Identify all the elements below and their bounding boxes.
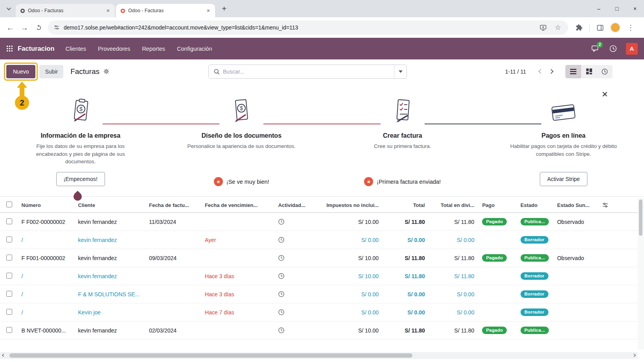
clock-icon	[278, 236, 285, 243]
vertical-scrollbar[interactable]	[638, 198, 644, 349]
browser-tab-2[interactable]: Odoo - Facturas ×	[116, 4, 215, 17]
customer-link[interactable]: kevin fernandez	[74, 249, 145, 267]
row-checkbox[interactable]	[6, 291, 12, 297]
bookmark-star-icon[interactable]: ☆	[551, 20, 565, 35]
row-checkbox[interactable]	[6, 327, 12, 333]
activities-icon[interactable]	[608, 44, 618, 54]
cell-estado: Borrador	[517, 303, 553, 321]
invoice-row[interactable]: /kevin fernandezAyerS/ 0.00S/ 0.00S/ 0.0…	[0, 231, 638, 249]
invoice-row[interactable]: /F & M SOLUTIONS SE...Hace 3 díasS/ 0.00…	[0, 285, 638, 303]
user-avatar[interactable]: A	[626, 43, 638, 55]
annotation-step-number: 2	[15, 96, 29, 110]
messages-icon[interactable]: 2	[590, 44, 600, 54]
activity-clock-button[interactable]	[274, 285, 314, 303]
header-cliente[interactable]: Cliente	[74, 197, 145, 213]
scroll-left-icon[interactable]	[2, 354, 5, 357]
invoice-row[interactable]: /Kevin joeHace 7 díasS/ 0.00S/ 0.00S/ 0.…	[0, 303, 638, 321]
invoice-row[interactable]: F F001-00000002kevin fernandez09/03/2024…	[0, 249, 638, 267]
forward-button[interactable]: →	[17, 20, 31, 35]
customer-link[interactable]: Kevin joe	[74, 303, 145, 321]
tab-close-icon[interactable]: ×	[105, 7, 112, 14]
activity-clock-button[interactable]	[274, 249, 314, 267]
tab-search-icon[interactable]	[2, 3, 14, 15]
header-column-settings[interactable]	[598, 197, 638, 213]
side-panel-icon[interactable]	[593, 20, 607, 35]
extensions-puzzle-icon[interactable]	[572, 20, 586, 35]
header-pago[interactable]: Pago	[478, 197, 516, 213]
browser-menu-icon[interactable]: ⋮	[624, 20, 638, 35]
row-checkbox[interactable]	[6, 218, 12, 224]
kanban-view-button[interactable]	[581, 65, 597, 78]
url-text[interactable]: demo17.solse.pe/web#action=242&model=acc…	[64, 24, 536, 31]
tab-close-icon[interactable]: ×	[205, 7, 212, 14]
search-bar[interactable]	[208, 65, 407, 79]
activar-stripe-button[interactable]: Activar Stripe	[540, 172, 587, 186]
row-checkbox[interactable]	[6, 309, 12, 315]
browser-profile-avatar[interactable]	[610, 22, 620, 33]
invoice-row[interactable]: /kevin fernandezHace 3 díasS/ 10.00S/ 11…	[0, 267, 638, 285]
invoice-row[interactable]: B NVET-000000...kevin fernandez02/03/202…	[0, 321, 638, 340]
row-checkbox[interactable]	[6, 273, 12, 279]
header-estado-sunat[interactable]: Estado Sun...	[553, 197, 598, 213]
browser-tab-1[interactable]: Odoo - Facturas ×	[16, 4, 115, 17]
header-actividades[interactable]: Actividad...	[274, 197, 314, 213]
row-checkbox[interactable]	[6, 255, 12, 260]
site-info-icon[interactable]	[53, 24, 60, 31]
cell-impuestos: S/ 0.00	[314, 303, 383, 321]
activity-clock-button[interactable]	[274, 213, 314, 231]
menu-reportes[interactable]: Reportes	[142, 46, 165, 52]
activity-clock-button[interactable]	[274, 231, 314, 249]
scroll-right-icon[interactable]	[633, 354, 636, 357]
horizontal-scrollbar[interactable]	[0, 352, 638, 359]
pager-next-button[interactable]	[546, 66, 556, 78]
reload-button[interactable]	[31, 20, 46, 35]
header-fecha-factura[interactable]: Fecha de factu...	[145, 197, 201, 213]
customer-link[interactable]: kevin fernandez	[74, 231, 145, 249]
activity-clock-button[interactable]	[274, 303, 314, 321]
url-bar[interactable]: demo17.solse.pe/web#action=242&model=acc…	[48, 20, 568, 35]
header-numero[interactable]: Número	[18, 197, 74, 213]
invoice-row[interactable]: F F002-00000002kevin fernandez11/03/2024…	[0, 213, 638, 231]
window-minimize-button[interactable]: –	[590, 0, 608, 17]
menu-configuracion[interactable]: Configuración	[177, 46, 212, 52]
select-all-checkbox[interactable]	[6, 201, 12, 207]
menu-clientes[interactable]: Clientes	[66, 46, 86, 52]
cell-column-settings	[598, 321, 638, 340]
optional-columns-icon	[602, 202, 609, 209]
new-tab-button[interactable]: +	[218, 3, 230, 15]
cell-select	[0, 285, 18, 303]
customer-link[interactable]: kevin fernandez	[74, 213, 145, 231]
horizontal-scrollbar-thumb[interactable]	[9, 353, 412, 358]
apps-grid-icon[interactable]	[6, 45, 13, 52]
app-switcher[interactable]: Facturacion	[6, 45, 55, 52]
search-dropdown-toggle[interactable]	[394, 65, 407, 78]
window-maximize-button[interactable]: □	[608, 0, 626, 17]
activity-clock-button[interactable]	[274, 267, 314, 285]
activity-clock-button[interactable]	[274, 321, 314, 340]
upload-button[interactable]: Subir	[39, 65, 63, 78]
vertical-scrollbar-thumb[interactable]	[639, 199, 642, 236]
pager-previous-button[interactable]	[535, 66, 546, 78]
list-view-button[interactable]	[565, 65, 581, 78]
customer-link[interactable]: kevin fernandez	[74, 267, 145, 285]
activity-view-button[interactable]	[597, 65, 613, 78]
view-settings-gear-icon[interactable]	[103, 68, 110, 75]
app-name[interactable]: Facturacion	[18, 45, 55, 52]
menu-proveedores[interactable]: Proveedores	[98, 46, 130, 52]
header-impuestos[interactable]: Impuestos no inclui...	[314, 197, 383, 213]
back-button[interactable]: ←	[3, 20, 17, 35]
onboarding-close-icon[interactable]: ×	[602, 89, 608, 99]
search-input[interactable]	[223, 68, 394, 75]
header-estado[interactable]: Estado	[517, 197, 553, 213]
row-checkbox[interactable]	[6, 236, 12, 242]
header-total-divisa[interactable]: Total en divi...	[429, 197, 478, 213]
window-close-button[interactable]: ×	[626, 0, 644, 17]
new-button[interactable]: Nuevo	[6, 65, 35, 78]
install-app-icon[interactable]	[536, 20, 550, 35]
customer-link[interactable]: F & M SOLUTIONS SE...	[74, 285, 145, 303]
header-total[interactable]: Total	[383, 197, 429, 213]
empecemos-button[interactable]: ¡Empecemos!	[56, 172, 105, 186]
header-select[interactable]	[0, 197, 18, 213]
customer-link[interactable]: kevin fernandez	[74, 321, 145, 340]
header-fecha-vencimiento[interactable]: Fecha de vencimien...	[201, 197, 274, 213]
